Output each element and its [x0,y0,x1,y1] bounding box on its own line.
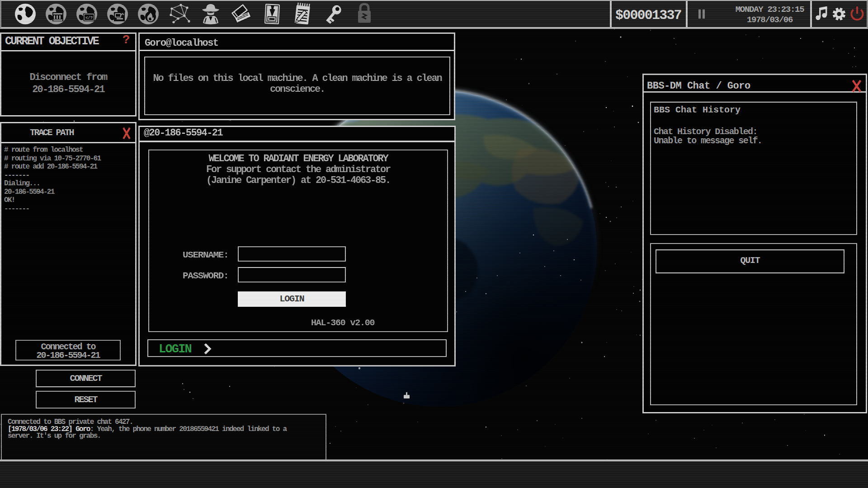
svg-text:</?: </? [85,16,93,20]
